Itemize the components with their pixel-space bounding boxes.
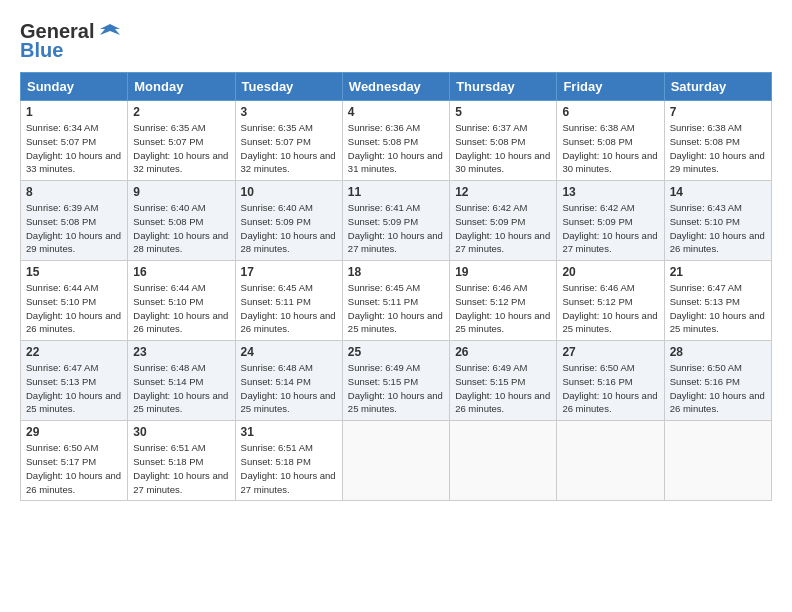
day-number: 12 bbox=[455, 185, 551, 199]
calendar-cell: 16Sunrise: 6:44 AMSunset: 5:10 PMDayligh… bbox=[128, 261, 235, 341]
day-number: 19 bbox=[455, 265, 551, 279]
day-number: 5 bbox=[455, 105, 551, 119]
day-number: 18 bbox=[348, 265, 444, 279]
calendar-cell: 13Sunrise: 6:42 AMSunset: 5:09 PMDayligh… bbox=[557, 181, 664, 261]
day-number: 1 bbox=[26, 105, 122, 119]
day-header-monday: Monday bbox=[128, 73, 235, 101]
calendar-cell: 24Sunrise: 6:48 AMSunset: 5:14 PMDayligh… bbox=[235, 341, 342, 421]
calendar-cell: 2Sunrise: 6:35 AMSunset: 5:07 PMDaylight… bbox=[128, 101, 235, 181]
calendar-cell: 25Sunrise: 6:49 AMSunset: 5:15 PMDayligh… bbox=[342, 341, 449, 421]
calendar-cell bbox=[342, 421, 449, 501]
cell-details: Sunrise: 6:44 AMSunset: 5:10 PMDaylight:… bbox=[133, 282, 228, 334]
calendar-cell: 15Sunrise: 6:44 AMSunset: 5:10 PMDayligh… bbox=[21, 261, 128, 341]
cell-details: Sunrise: 6:42 AMSunset: 5:09 PMDaylight:… bbox=[455, 202, 550, 254]
calendar-cell: 7Sunrise: 6:38 AMSunset: 5:08 PMDaylight… bbox=[664, 101, 771, 181]
day-number: 6 bbox=[562, 105, 658, 119]
cell-details: Sunrise: 6:35 AMSunset: 5:07 PMDaylight:… bbox=[133, 122, 228, 174]
cell-details: Sunrise: 6:48 AMSunset: 5:14 PMDaylight:… bbox=[241, 362, 336, 414]
day-number: 2 bbox=[133, 105, 229, 119]
logo-wing-icon bbox=[96, 21, 122, 43]
calendar-cell: 21Sunrise: 6:47 AMSunset: 5:13 PMDayligh… bbox=[664, 261, 771, 341]
cell-details: Sunrise: 6:51 AMSunset: 5:18 PMDaylight:… bbox=[133, 442, 228, 494]
calendar-cell: 12Sunrise: 6:42 AMSunset: 5:09 PMDayligh… bbox=[450, 181, 557, 261]
day-number: 27 bbox=[562, 345, 658, 359]
day-number: 22 bbox=[26, 345, 122, 359]
logo: General Blue bbox=[20, 20, 122, 62]
calendar-cell: 11Sunrise: 6:41 AMSunset: 5:09 PMDayligh… bbox=[342, 181, 449, 261]
cell-details: Sunrise: 6:39 AMSunset: 5:08 PMDaylight:… bbox=[26, 202, 121, 254]
calendar-cell: 4Sunrise: 6:36 AMSunset: 5:08 PMDaylight… bbox=[342, 101, 449, 181]
day-number: 23 bbox=[133, 345, 229, 359]
day-number: 15 bbox=[26, 265, 122, 279]
cell-details: Sunrise: 6:45 AMSunset: 5:11 PMDaylight:… bbox=[241, 282, 336, 334]
cell-details: Sunrise: 6:37 AMSunset: 5:08 PMDaylight:… bbox=[455, 122, 550, 174]
calendar-cell: 18Sunrise: 6:45 AMSunset: 5:11 PMDayligh… bbox=[342, 261, 449, 341]
day-number: 8 bbox=[26, 185, 122, 199]
calendar-cell: 3Sunrise: 6:35 AMSunset: 5:07 PMDaylight… bbox=[235, 101, 342, 181]
day-header-friday: Friday bbox=[557, 73, 664, 101]
cell-details: Sunrise: 6:47 AMSunset: 5:13 PMDaylight:… bbox=[26, 362, 121, 414]
day-number: 7 bbox=[670, 105, 766, 119]
header: General Blue bbox=[20, 20, 772, 62]
calendar-cell: 26Sunrise: 6:49 AMSunset: 5:15 PMDayligh… bbox=[450, 341, 557, 421]
cell-details: Sunrise: 6:38 AMSunset: 5:08 PMDaylight:… bbox=[562, 122, 657, 174]
cell-details: Sunrise: 6:44 AMSunset: 5:10 PMDaylight:… bbox=[26, 282, 121, 334]
calendar-cell: 10Sunrise: 6:40 AMSunset: 5:09 PMDayligh… bbox=[235, 181, 342, 261]
cell-details: Sunrise: 6:41 AMSunset: 5:09 PMDaylight:… bbox=[348, 202, 443, 254]
cell-details: Sunrise: 6:35 AMSunset: 5:07 PMDaylight:… bbox=[241, 122, 336, 174]
day-number: 25 bbox=[348, 345, 444, 359]
day-number: 17 bbox=[241, 265, 337, 279]
cell-details: Sunrise: 6:34 AMSunset: 5:07 PMDaylight:… bbox=[26, 122, 121, 174]
day-header-saturday: Saturday bbox=[664, 73, 771, 101]
calendar-cell: 14Sunrise: 6:43 AMSunset: 5:10 PMDayligh… bbox=[664, 181, 771, 261]
day-number: 9 bbox=[133, 185, 229, 199]
cell-details: Sunrise: 6:51 AMSunset: 5:18 PMDaylight:… bbox=[241, 442, 336, 494]
cell-details: Sunrise: 6:38 AMSunset: 5:08 PMDaylight:… bbox=[670, 122, 765, 174]
calendar-cell bbox=[450, 421, 557, 501]
calendar-cell: 8Sunrise: 6:39 AMSunset: 5:08 PMDaylight… bbox=[21, 181, 128, 261]
calendar-cell: 19Sunrise: 6:46 AMSunset: 5:12 PMDayligh… bbox=[450, 261, 557, 341]
cell-details: Sunrise: 6:42 AMSunset: 5:09 PMDaylight:… bbox=[562, 202, 657, 254]
day-number: 29 bbox=[26, 425, 122, 439]
cell-details: Sunrise: 6:49 AMSunset: 5:15 PMDaylight:… bbox=[455, 362, 550, 414]
calendar-cell: 30Sunrise: 6:51 AMSunset: 5:18 PMDayligh… bbox=[128, 421, 235, 501]
day-header-thursday: Thursday bbox=[450, 73, 557, 101]
cell-details: Sunrise: 6:45 AMSunset: 5:11 PMDaylight:… bbox=[348, 282, 443, 334]
calendar-cell: 5Sunrise: 6:37 AMSunset: 5:08 PMDaylight… bbox=[450, 101, 557, 181]
day-number: 16 bbox=[133, 265, 229, 279]
cell-details: Sunrise: 6:50 AMSunset: 5:17 PMDaylight:… bbox=[26, 442, 121, 494]
cell-details: Sunrise: 6:50 AMSunset: 5:16 PMDaylight:… bbox=[562, 362, 657, 414]
day-header-wednesday: Wednesday bbox=[342, 73, 449, 101]
calendar-cell: 9Sunrise: 6:40 AMSunset: 5:08 PMDaylight… bbox=[128, 181, 235, 261]
logo-container: General Blue bbox=[20, 20, 122, 62]
calendar-cell: 27Sunrise: 6:50 AMSunset: 5:16 PMDayligh… bbox=[557, 341, 664, 421]
day-number: 21 bbox=[670, 265, 766, 279]
calendar-cell: 31Sunrise: 6:51 AMSunset: 5:18 PMDayligh… bbox=[235, 421, 342, 501]
calendar-cell: 1Sunrise: 6:34 AMSunset: 5:07 PMDaylight… bbox=[21, 101, 128, 181]
cell-details: Sunrise: 6:40 AMSunset: 5:08 PMDaylight:… bbox=[133, 202, 228, 254]
cell-details: Sunrise: 6:36 AMSunset: 5:08 PMDaylight:… bbox=[348, 122, 443, 174]
cell-details: Sunrise: 6:49 AMSunset: 5:15 PMDaylight:… bbox=[348, 362, 443, 414]
day-number: 31 bbox=[241, 425, 337, 439]
calendar-cell: 28Sunrise: 6:50 AMSunset: 5:16 PMDayligh… bbox=[664, 341, 771, 421]
cell-details: Sunrise: 6:47 AMSunset: 5:13 PMDaylight:… bbox=[670, 282, 765, 334]
day-number: 28 bbox=[670, 345, 766, 359]
calendar-cell: 6Sunrise: 6:38 AMSunset: 5:08 PMDaylight… bbox=[557, 101, 664, 181]
calendar-table: SundayMondayTuesdayWednesdayThursdayFrid… bbox=[20, 72, 772, 501]
day-number: 4 bbox=[348, 105, 444, 119]
day-number: 24 bbox=[241, 345, 337, 359]
day-number: 3 bbox=[241, 105, 337, 119]
calendar-cell: 23Sunrise: 6:48 AMSunset: 5:14 PMDayligh… bbox=[128, 341, 235, 421]
calendar-cell: 17Sunrise: 6:45 AMSunset: 5:11 PMDayligh… bbox=[235, 261, 342, 341]
day-number: 14 bbox=[670, 185, 766, 199]
logo-blue-word: Blue bbox=[20, 39, 63, 62]
day-number: 10 bbox=[241, 185, 337, 199]
calendar-cell: 20Sunrise: 6:46 AMSunset: 5:12 PMDayligh… bbox=[557, 261, 664, 341]
cell-details: Sunrise: 6:50 AMSunset: 5:16 PMDaylight:… bbox=[670, 362, 765, 414]
cell-details: Sunrise: 6:46 AMSunset: 5:12 PMDaylight:… bbox=[562, 282, 657, 334]
day-number: 11 bbox=[348, 185, 444, 199]
calendar-cell: 22Sunrise: 6:47 AMSunset: 5:13 PMDayligh… bbox=[21, 341, 128, 421]
day-header-tuesday: Tuesday bbox=[235, 73, 342, 101]
day-number: 30 bbox=[133, 425, 229, 439]
day-number: 13 bbox=[562, 185, 658, 199]
